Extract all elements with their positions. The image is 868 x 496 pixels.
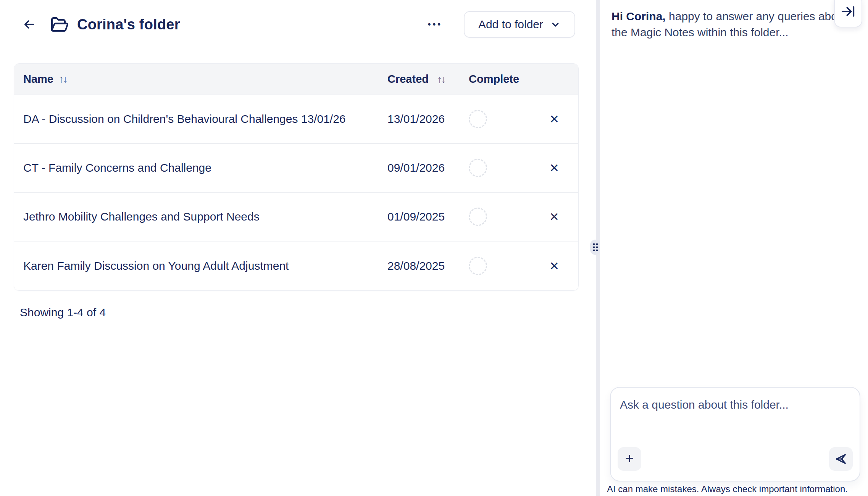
send-button[interactable] xyxy=(829,447,853,471)
page-title: Corina's folder xyxy=(77,16,180,33)
remove-note-button[interactable]: ✕ xyxy=(545,110,563,128)
table-header-row: Name ↑↓ Created ↑↓ Complete xyxy=(14,64,578,95)
column-header-created[interactable]: Created ↑↓ xyxy=(377,73,463,85)
grip-dots-icon xyxy=(593,243,598,251)
notes-table: Name ↑↓ Created ↑↓ Complete DA - Discuss… xyxy=(14,63,579,291)
complete-column-label: Complete xyxy=(469,73,519,85)
send-icon xyxy=(834,453,847,465)
greeting-salutation: Hi Corina, xyxy=(611,10,666,23)
note-created-date: 01/09/2025 xyxy=(377,210,463,223)
close-icon: ✕ xyxy=(549,162,559,174)
complete-status-circle[interactable] xyxy=(469,159,487,177)
table-row[interactable]: Karen Family Discussion on Young Adult A… xyxy=(14,242,578,290)
sort-arrows-icon[interactable]: ↑↓ xyxy=(437,74,445,85)
chevron-down-icon xyxy=(550,19,561,30)
divider-drag-handle[interactable] xyxy=(590,240,601,255)
folder-panel: Corina's folder ••• Add to folder Name ↑… xyxy=(0,0,596,496)
ai-disclaimer: AI can make mistakes. Always check impor… xyxy=(600,484,868,494)
note-created-date: 09/01/2026 xyxy=(377,161,463,174)
remove-note-button[interactable]: ✕ xyxy=(545,159,563,177)
attach-button[interactable]: + xyxy=(618,447,641,471)
complete-status-circle[interactable] xyxy=(469,110,487,128)
sort-arrows-icon[interactable]: ↑↓ xyxy=(59,73,67,85)
created-column-label: Created xyxy=(387,73,429,85)
collapse-panel-button[interactable] xyxy=(834,0,862,27)
chat-input-container: + xyxy=(610,387,860,482)
folder-open-icon xyxy=(50,16,69,33)
table-row[interactable]: DA - Discussion on Children's Behavioura… xyxy=(14,95,578,144)
complete-status-circle[interactable] xyxy=(469,208,487,226)
arrow-right-to-line-icon xyxy=(841,4,856,19)
table-row[interactable]: CT - Family Concerns and Challenge 09/01… xyxy=(14,144,578,193)
back-button[interactable] xyxy=(21,17,37,32)
note-name[interactable]: CT - Family Concerns and Challenge xyxy=(14,161,377,174)
name-column-label: Name xyxy=(23,73,53,85)
add-to-folder-label: Add to folder xyxy=(478,18,543,31)
note-name[interactable]: Jethro Mobility Challenges and Support N… xyxy=(14,210,377,223)
arrow-left-icon xyxy=(22,18,36,31)
complete-status-circle[interactable] xyxy=(469,257,487,275)
chat-panel: Hi Corina, happy to answer any queries a… xyxy=(600,0,868,496)
header-actions: ••• Add to folder xyxy=(426,11,575,38)
remove-note-button[interactable]: ✕ xyxy=(545,208,563,226)
note-name[interactable]: DA - Discussion on Children's Behavioura… xyxy=(14,113,377,126)
add-to-folder-button[interactable]: Add to folder xyxy=(464,11,575,38)
more-options-button[interactable]: ••• xyxy=(426,16,444,32)
note-name[interactable]: Karen Family Discussion on Young Adult A… xyxy=(14,259,377,272)
close-icon: ✕ xyxy=(549,211,559,223)
table-row[interactable]: Jethro Mobility Challenges and Support N… xyxy=(14,193,578,242)
close-icon: ✕ xyxy=(549,260,559,272)
chat-greeting: Hi Corina, happy to answer any queries a… xyxy=(600,0,860,40)
results-summary: Showing 1-4 of 4 xyxy=(20,306,596,319)
column-header-name[interactable]: Name ↑↓ xyxy=(14,73,377,85)
chat-input[interactable] xyxy=(611,388,860,441)
plus-icon: + xyxy=(625,451,634,465)
note-created-date: 13/01/2026 xyxy=(377,113,463,126)
remove-note-button[interactable]: ✕ xyxy=(545,257,563,275)
column-header-complete: Complete xyxy=(463,73,539,85)
page-header: Corina's folder ••• Add to folder xyxy=(0,0,596,49)
close-icon: ✕ xyxy=(549,113,559,125)
note-created-date: 28/08/2025 xyxy=(377,259,463,272)
